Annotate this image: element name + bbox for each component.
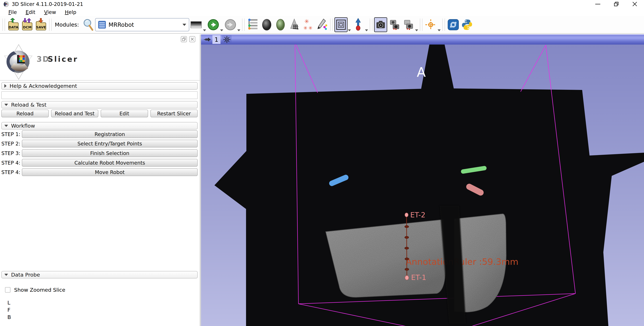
toolbar-grip[interactable] xyxy=(442,19,445,31)
module-search-button[interactable] xyxy=(82,17,95,32)
menu-edit[interactable]: Edit xyxy=(21,8,40,16)
history-back-dropdown-arrow[interactable] xyxy=(220,30,223,31)
probe-layer-l: L xyxy=(8,299,10,306)
crosshair-button[interactable] xyxy=(424,17,437,32)
mouse-mode-button[interactable] xyxy=(352,17,365,32)
step1-label: STEP 1: xyxy=(1,131,22,137)
minimize-button[interactable] xyxy=(588,0,607,8)
help-empty-box xyxy=(1,91,198,99)
model-mesh-icon xyxy=(288,18,300,31)
module-selector[interactable]: MRRobot xyxy=(95,18,189,31)
menu-help[interactable]: Help xyxy=(60,8,81,16)
toolbar-grip[interactable] xyxy=(420,19,422,31)
app-icon xyxy=(3,1,9,7)
close-panel-icon xyxy=(190,37,194,41)
restore-button[interactable] xyxy=(607,0,626,8)
section-help-acknowledgement[interactable]: Help & Acknowledgement xyxy=(1,82,198,90)
edit-button[interactable]: Edit xyxy=(101,110,148,117)
close-panel-button[interactable] xyxy=(189,36,195,42)
scene-capture-icon xyxy=(389,20,400,30)
restore-icon xyxy=(614,2,618,6)
svg-text:DCM: DCM xyxy=(23,25,32,29)
subject-hierarchy-button[interactable] xyxy=(246,17,260,32)
window-level-dropdown-arrow[interactable] xyxy=(203,30,206,31)
crosshair-dropdown-arrow[interactable] xyxy=(438,30,441,31)
window-level-button[interactable] xyxy=(190,17,203,32)
mouse-mode-arrow-icon xyxy=(354,18,363,32)
volumes-button[interactable] xyxy=(260,17,273,32)
toolbar-grip[interactable] xyxy=(49,19,52,31)
svg-text:✳: ✳ xyxy=(308,25,312,31)
search-icon xyxy=(82,19,94,31)
extensions-manager-button[interactable] xyxy=(447,17,460,32)
menu-file[interactable]: File xyxy=(4,8,21,16)
annotations-button[interactable] xyxy=(315,17,328,32)
reload-button[interactable]: Reload xyxy=(1,110,49,117)
section-reload-test[interactable]: Reload & Test xyxy=(1,101,198,108)
module-panel: 3D Slicer Help & Acknowledgement Reload … xyxy=(0,35,200,326)
panel-splitter[interactable] xyxy=(200,35,201,326)
step4b-label: STEP 4: xyxy=(1,169,22,175)
dicom-button[interactable]: DCM xyxy=(20,17,34,32)
extensions-icon xyxy=(447,19,459,31)
scene-views-dropdown-arrow[interactable] xyxy=(415,30,418,31)
menu-view[interactable]: View xyxy=(40,8,60,16)
select-entry-target-button[interactable]: Select Entry/Target Points xyxy=(22,140,198,147)
python-console-button[interactable] xyxy=(460,17,474,32)
window-level-icon xyxy=(190,21,202,28)
mouse-mode-dropdown-arrow[interactable] xyxy=(365,30,368,31)
toolbar-grip[interactable] xyxy=(242,19,245,31)
screenshot-camera-icon xyxy=(376,20,386,30)
target-point-et1[interactable] xyxy=(405,275,409,280)
toolbar-grip[interactable] xyxy=(330,19,333,31)
slicer-logo: 3D Slicer xyxy=(1,42,95,80)
scene-view-capture-button[interactable] xyxy=(388,17,401,32)
chevron-down-icon xyxy=(182,24,186,26)
svg-text:✳: ✳ xyxy=(304,18,309,25)
entry-point-et2[interactable] xyxy=(405,213,408,217)
show-zoomed-slice-checkbox[interactable] xyxy=(5,287,10,292)
forward-arrow-icon xyxy=(224,19,236,31)
history-forward-dropdown-arrow[interactable] xyxy=(237,30,240,31)
finish-selection-button[interactable]: Finish Selection xyxy=(22,149,198,157)
layout-dropdown-arrow[interactable] xyxy=(348,30,351,31)
step3-label: STEP 3: xyxy=(1,150,22,156)
save-button[interactable]: SAVE xyxy=(34,17,48,32)
expanded-arrow-icon xyxy=(4,104,8,106)
layout-selector-button[interactable] xyxy=(334,17,348,32)
modules-label: Modules: xyxy=(55,22,79,28)
close-icon xyxy=(632,2,637,7)
layout-icon xyxy=(336,19,346,30)
volume-rendering-icon xyxy=(274,18,286,31)
close-button[interactable] xyxy=(626,0,644,8)
scene-view-restore-button[interactable] xyxy=(402,17,415,32)
scene-restore-icon xyxy=(403,20,414,30)
volume-rendering-button[interactable] xyxy=(274,17,287,32)
undock-panel-button[interactable] xyxy=(181,36,187,42)
reload-and-test-button[interactable]: Reload and Test xyxy=(51,110,98,117)
step2-label: STEP 2: xyxy=(1,141,22,147)
step4-label: STEP 4: xyxy=(1,160,22,166)
screenshot-button[interactable] xyxy=(374,17,387,32)
panel-divider xyxy=(0,80,200,81)
expanded-arrow-icon xyxy=(4,125,8,127)
models-button[interactable] xyxy=(288,17,301,32)
history-forward-button[interactable] xyxy=(224,17,237,32)
move-robot-button[interactable]: Move Robot xyxy=(22,168,198,176)
view-controls-button[interactable] xyxy=(222,35,232,44)
markups-button[interactable]: ✳ ✳ ✳ xyxy=(302,17,314,32)
section-workflow[interactable]: Workflow xyxy=(1,122,198,129)
restart-slicer-button[interactable]: Restart Slicer xyxy=(150,110,198,117)
registration-button[interactable]: Registration xyxy=(22,130,198,138)
history-back-button[interactable] xyxy=(207,17,220,32)
svg-text:SAVE: SAVE xyxy=(36,25,46,29)
load-data-button[interactable]: DATA xyxy=(7,17,20,32)
pin-icon[interactable] xyxy=(203,36,211,43)
toolbar-grip[interactable] xyxy=(370,19,372,31)
section-data-probe[interactable]: Data Probe xyxy=(1,271,198,278)
threed-scene[interactable]: AnnotationRuler :59.3mm xyxy=(201,45,644,326)
calculate-robot-movements-button[interactable]: Calculate Robot Movements xyxy=(22,159,198,167)
toolbar-grip[interactable] xyxy=(2,19,5,31)
svg-text:✳: ✳ xyxy=(303,25,308,31)
window-title: 3D Slicer 4.11.0-2019-01-21 xyxy=(12,1,83,7)
